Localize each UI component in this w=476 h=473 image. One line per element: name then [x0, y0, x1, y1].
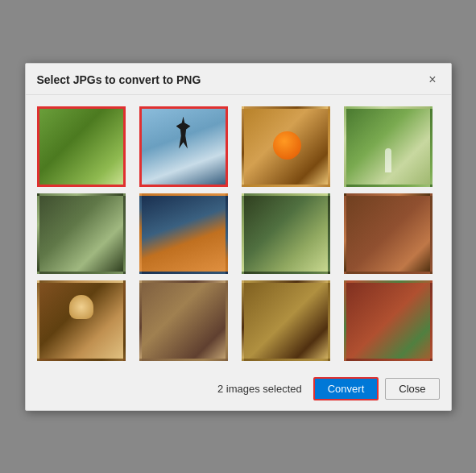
image-cell-7[interactable] — [242, 193, 330, 274]
image-cell-3[interactable] — [242, 106, 330, 187]
dialog-footer: 2 images selected Convert Close — [26, 369, 451, 410]
dialog: Select JPGs to convert to PNG × — [25, 63, 452, 411]
image-cell-5[interactable] — [37, 193, 126, 274]
images-selected-label: 2 images selected — [217, 383, 302, 395]
image-grid — [37, 106, 440, 361]
convert-button[interactable]: Convert — [313, 377, 379, 400]
image-cell-10[interactable] — [139, 280, 228, 361]
dialog-header: Select JPGs to convert to PNG × — [26, 64, 451, 95]
selected-count: 2 — [217, 383, 223, 395]
bird-decoration — [176, 117, 191, 149]
close-x-button[interactable]: × — [425, 72, 439, 88]
dialog-body — [26, 95, 451, 369]
image-cell-2[interactable] — [139, 106, 228, 187]
image-cell-11[interactable] — [242, 280, 330, 361]
image-cell-1[interactable] — [37, 106, 126, 187]
fountain-decoration — [385, 148, 391, 172]
image-cell-8[interactable] — [344, 193, 433, 274]
image-cell-4[interactable] — [344, 106, 433, 187]
dialog-title: Select JPGs to convert to PNG — [37, 73, 201, 86]
selected-text: images selected — [226, 383, 302, 395]
image-cell-12[interactable] — [344, 280, 433, 361]
image-cell-9[interactable] — [37, 280, 126, 361]
orange-decoration — [273, 131, 301, 160]
image-cell-6[interactable] — [139, 193, 228, 274]
close-button[interactable]: Close — [385, 378, 439, 400]
bulb-decoration — [69, 295, 93, 319]
